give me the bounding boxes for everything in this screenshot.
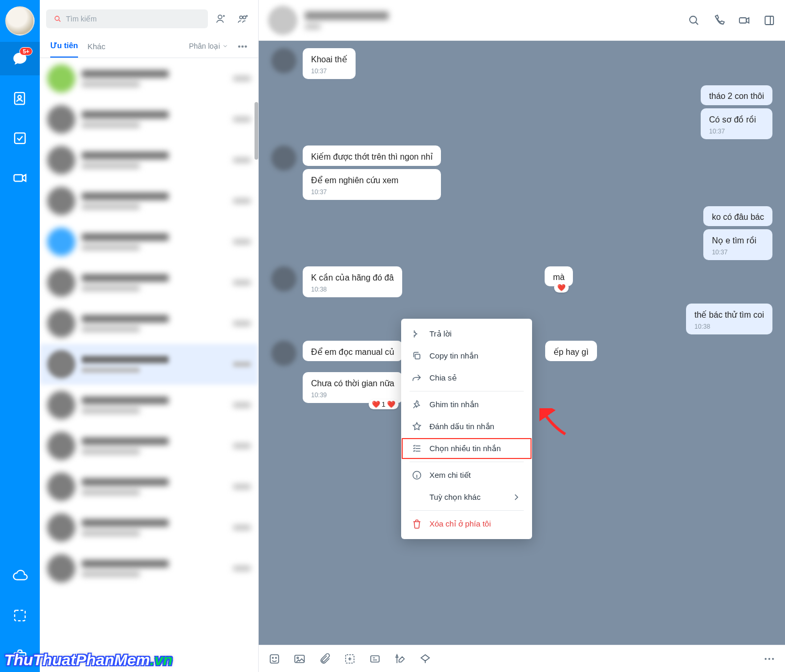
priority-icon[interactable] [419, 653, 432, 665]
trash-icon [412, 519, 422, 529]
tab-other[interactable]: Khác [87, 42, 105, 57]
classify-dropdown[interactable]: Phân loại [189, 42, 229, 57]
search-box[interactable] [46, 9, 208, 28]
reaction-count[interactable]: ❤️1 ❤️ [369, 399, 399, 409]
videocall-icon[interactable] [738, 14, 750, 27]
message-bubble-tail[interactable]: ếp hay gì [545, 341, 597, 361]
chat-item[interactable] [40, 425, 258, 466]
message-bubble[interactable]: ko có đâu bác [703, 206, 772, 226]
tab-priority[interactable]: Ưu tiên [50, 41, 78, 58]
panel-icon[interactable] [763, 14, 776, 27]
sticker-icon[interactable] [268, 653, 281, 665]
svg-point-16 [272, 657, 273, 658]
message-row: Khoai thế 10:37 [271, 48, 772, 79]
messages-area[interactable]: Khoai thế 10:37 tháo 2 con thôi Có sơ đồ… [259, 41, 785, 645]
ctx-copy[interactable]: Copy tin nhắn [401, 345, 532, 367]
chat-item[interactable] [40, 548, 258, 589]
add-friend-icon [215, 13, 227, 25]
ctx-select-multiple[interactable]: Chọn nhiều tin nhắn [401, 438, 532, 460]
message-row: ko có đâu bác Nọ e tìm rồi 10:37 [271, 206, 772, 260]
message-bubble[interactable]: K cần của hãng đó đâ 10:38 [303, 266, 402, 297]
list-check-icon [412, 443, 422, 454]
svg-point-9 [243, 16, 246, 19]
message-bubble[interactable]: Nọ e tìm rồi 10:37 [703, 229, 772, 260]
message-bubble[interactable]: Có sơ đồ rồi 10:37 [701, 108, 772, 139]
sender-avatar[interactable] [271, 48, 296, 73]
message-row: Kiếm được thớt trên thì ngon nhỉ Để em n… [271, 145, 772, 200]
add-friend-button[interactable] [212, 10, 230, 28]
chat-header [259, 0, 785, 41]
search-chat-icon[interactable] [688, 14, 700, 27]
more-icon[interactable] [763, 653, 776, 665]
svg-rect-12 [765, 16, 773, 25]
chat-item[interactable] [40, 344, 258, 385]
nav-contacts[interactable] [0, 82, 40, 115]
search-input[interactable] [66, 15, 201, 23]
nav-video[interactable] [0, 161, 40, 195]
chat-item[interactable] [40, 140, 258, 181]
context-menu: Trả lời Copy tin nhắn Chia sẻ Ghim tin n… [401, 319, 532, 539]
contact-avatar[interactable] [268, 6, 297, 35]
sender-avatar[interactable] [271, 266, 296, 292]
format-icon[interactable] [394, 653, 406, 665]
copy-icon [412, 351, 422, 361]
nav-todo[interactable] [0, 121, 40, 155]
card-icon[interactable] [369, 653, 381, 665]
chat-item[interactable] [40, 221, 258, 262]
add-group-button[interactable] [234, 10, 252, 28]
chat-item[interactable] [40, 262, 258, 303]
avatar-me[interactable] [5, 6, 35, 36]
chevron-down-icon [222, 43, 228, 49]
annotation-arrow [539, 408, 568, 436]
ctx-pin[interactable]: Ghim tin nhắn [401, 394, 532, 416]
svg-point-6 [55, 16, 59, 20]
svg-point-7 [218, 15, 222, 19]
message-bubble[interactable]: Để em đọc manual củ [303, 341, 403, 361]
message-row: tháo 2 con thôi Có sơ đồ rồi 10:37 [271, 85, 772, 139]
chat-item[interactable] [40, 58, 258, 99]
divider [410, 510, 524, 511]
chat-item[interactable] [40, 303, 258, 344]
reaction-heart[interactable]: ❤️ [554, 283, 569, 293]
ctx-delete-local[interactable]: Xóa chỉ ở phía tôi [401, 513, 532, 535]
ctx-other-options[interactable]: Tuỳ chọn khác [401, 486, 532, 508]
svg-rect-2 [15, 133, 25, 143]
message-bubble[interactable]: Để em nghiên cứu xem 10:37 [303, 169, 441, 200]
nav-cloud[interactable] [0, 559, 40, 592]
contacts-icon [12, 91, 28, 106]
chat-item[interactable] [40, 507, 258, 548]
add-group-icon [237, 13, 249, 25]
reply-icon [412, 329, 422, 339]
more-button[interactable]: ••• [238, 42, 248, 57]
svg-point-8 [240, 16, 243, 19]
sender-avatar[interactable] [271, 145, 296, 171]
sender-avatar[interactable] [271, 341, 296, 366]
share-icon [412, 373, 422, 383]
chat-item[interactable] [40, 385, 258, 425]
ctx-reply[interactable]: Trả lời [401, 323, 532, 345]
ctx-share[interactable]: Chia sẻ [401, 367, 532, 389]
chat-list[interactable] [40, 58, 258, 672]
ctx-star[interactable]: Đánh dấu tin nhắn [401, 416, 532, 438]
message-bubble-tail[interactable]: mà ❤️ [545, 266, 573, 286]
message-bubble[interactable]: Kiếm được thớt trên thì ngon nhỉ [303, 145, 441, 166]
attach-icon[interactable] [318, 653, 331, 665]
ctx-detail[interactable]: Xem chi tiết [401, 464, 532, 486]
message-bubble[interactable]: Chưa có thời gian nữa 10:39 ❤️1 ❤️ [303, 372, 403, 403]
message-bubble[interactable]: thế bác thử tìm coi 10:38 [686, 304, 772, 334]
image-icon[interactable] [293, 653, 306, 665]
checkbox-icon [12, 130, 28, 146]
search-icon [53, 15, 62, 23]
chat-item[interactable] [40, 181, 258, 221]
nav-messages[interactable]: 5+ [0, 42, 40, 75]
chat-item[interactable] [40, 99, 258, 140]
svg-point-24 [772, 658, 774, 660]
svg-point-19 [297, 657, 298, 658]
message-bubble[interactable]: tháo 2 con thôi [701, 85, 772, 105]
chat-item[interactable] [40, 466, 258, 507]
message-bubble[interactable]: Khoai thế 10:37 [303, 48, 356, 79]
screenshot-icon[interactable] [344, 653, 356, 665]
nav-capture[interactable] [0, 599, 40, 632]
call-icon[interactable] [713, 14, 725, 27]
watermark: ThuThuatPhanMem.vn [4, 651, 173, 669]
